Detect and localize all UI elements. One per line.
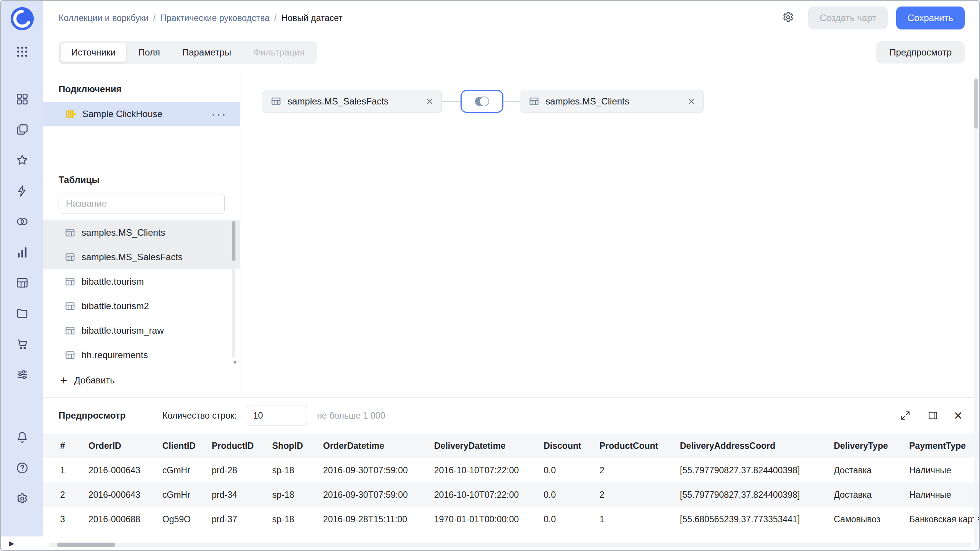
- clickhouse-icon: [65, 108, 76, 120]
- preview-toggle-button[interactable]: Предпросмотр: [876, 41, 965, 64]
- tab-sources[interactable]: Источники: [60, 43, 126, 62]
- breadcrumb-item-guides[interactable]: Практические руководства: [160, 13, 270, 23]
- nav-services-icon[interactable]: [15, 367, 29, 382]
- scroll-down-icon: ▾: [233, 359, 237, 367]
- column-header: DeliveryDatetime: [434, 434, 544, 458]
- table-list-item[interactable]: bibattle.tourism_raw: [43, 318, 240, 343]
- column-header: OrderID: [88, 434, 162, 458]
- cell: 0.0: [544, 483, 599, 507]
- cell: 2: [599, 483, 680, 507]
- column-header: ProductID: [212, 434, 272, 458]
- table-list-item[interactable]: bibattle.tourism2: [43, 294, 240, 318]
- nav-connections-icon[interactable]: [15, 184, 29, 198]
- row-count-label: Количество строк:: [162, 411, 237, 421]
- nav-files-icon[interactable]: [15, 306, 29, 321]
- scrollbar-thumb[interactable]: [57, 543, 115, 547]
- cell: 2016-000643: [88, 458, 162, 483]
- cell: prd-37: [212, 507, 272, 531]
- preview-table: # OrderID ClientID ProductID ShopID Orde…: [43, 434, 979, 531]
- preview-title: Предпросмотр: [59, 410, 126, 421]
- table-name: hh.requirements: [82, 350, 148, 360]
- tab-filtering[interactable]: Фильтрация: [243, 43, 315, 62]
- save-button[interactable]: Сохранить: [896, 7, 965, 29]
- table-list-item[interactable]: bibattle.tourism: [43, 269, 240, 294]
- cell: sp-18: [272, 507, 323, 531]
- row-count-input[interactable]: [246, 406, 307, 425]
- table-row: 1 2016-000643 cGmHr prd-28 sp-18 2016-09…: [43, 458, 979, 483]
- table-icon: [65, 252, 75, 262]
- rail-bottom: [15, 430, 29, 506]
- create-chart-button[interactable]: Создать чарт: [808, 7, 888, 29]
- scrollbar-thumb[interactable]: [232, 221, 235, 261]
- nav-favorites-icon[interactable]: [15, 153, 29, 168]
- scrollbar-thumb[interactable]: [974, 79, 978, 129]
- column-header: OrderDatetime: [323, 434, 434, 458]
- column-header: ClientID: [162, 434, 212, 458]
- connector-line: [442, 101, 462, 102]
- cell: 1970-01-01T00:00:00: [434, 507, 544, 531]
- breadcrumb-item-current: Новый датасет: [281, 13, 343, 23]
- connections-title: Подключения: [59, 84, 240, 95]
- apps-grid-icon[interactable]: [15, 44, 29, 59]
- settings-gear-icon[interactable]: [15, 491, 29, 506]
- table-icon: [271, 96, 281, 107]
- nav-collections-icon[interactable]: [15, 122, 29, 137]
- tab-parameters[interactable]: Параметры: [172, 43, 242, 62]
- remove-node-icon[interactable]: ×: [417, 96, 433, 107]
- table-list-item[interactable]: samples.MS_SalesFacts: [43, 245, 240, 269]
- table-list-scrollbar[interactable]: [232, 221, 235, 357]
- table-search-input[interactable]: [59, 194, 225, 214]
- nav-marketplace-icon[interactable]: [15, 337, 29, 351]
- cell: 2016-000643: [88, 483, 162, 507]
- cell: Наличные: [909, 483, 979, 507]
- content-area: Подключения Sample ClickHouse ··· Таблиц…: [43, 70, 979, 397]
- node-label: samples.MS_SalesFacts: [287, 96, 389, 107]
- cell: Наличные: [909, 458, 979, 483]
- connection-item-sample-clickhouse[interactable]: Sample ClickHouse ···: [43, 102, 240, 126]
- rail-nav: [15, 92, 29, 382]
- source-node-clients[interactable]: samples.MS_Clients ×: [520, 90, 704, 113]
- panel-divider: [43, 163, 240, 163]
- table-icon: [529, 96, 539, 107]
- column-header: #: [43, 434, 88, 458]
- top-bar: Коллекции и воркбуки / Практические руко…: [43, 1, 979, 35]
- table-list-item[interactable]: samples.MS_Clients: [43, 220, 240, 245]
- dataset-settings-gear-icon[interactable]: [781, 10, 797, 26]
- datalens-logo[interactable]: [10, 6, 35, 31]
- cell: [55.797790827,37.824400398]: [680, 458, 834, 483]
- breadcrumb-separator: /: [153, 13, 155, 23]
- bell-icon[interactable]: [15, 430, 29, 445]
- expand-preview-icon[interactable]: [899, 409, 912, 422]
- connection-more-icon[interactable]: ···: [211, 108, 227, 120]
- add-table-label: Добавить: [74, 375, 115, 386]
- side-panel-icon[interactable]: [926, 409, 939, 422]
- cell: prd-34: [212, 483, 272, 507]
- vertical-scrollbar[interactable]: [974, 76, 978, 546]
- app-window: ▶ Коллекции и воркбуки / Практические ру…: [0, 0, 980, 551]
- table-icon: [65, 227, 75, 238]
- nav-widgets-icon[interactable]: [15, 92, 29, 106]
- add-table-button[interactable]: + Добавить: [60, 374, 240, 386]
- table-list-item[interactable]: hh.requirements: [43, 343, 240, 367]
- tab-group: Источники Поля Параметры Фильтрация: [59, 41, 317, 64]
- cell: sp-18: [272, 458, 323, 483]
- cell: Самовывоз: [834, 507, 909, 531]
- breadcrumb-item-collections[interactable]: Коллекции и воркбуки: [59, 13, 149, 23]
- cell: 2016-10-10T07:22:00: [434, 458, 544, 483]
- cell: 0.0: [544, 507, 599, 531]
- table-row: 3 2016-000688 Og59O prd-37 sp-18 2016-09…: [43, 507, 979, 531]
- collapse-button[interactable]: ▶: [1, 536, 43, 550]
- join-type-button[interactable]: [461, 90, 503, 113]
- horizontal-scrollbar[interactable]: [49, 543, 972, 547]
- nav-charts-icon[interactable]: [15, 245, 29, 259]
- help-icon[interactable]: [15, 461, 29, 475]
- tab-fields[interactable]: Поля: [128, 43, 170, 62]
- remove-node-icon[interactable]: ×: [679, 96, 695, 107]
- source-node-salesfacts[interactable]: samples.MS_SalesFacts ×: [262, 90, 442, 113]
- cell: 2016-10-10T07:22:00: [434, 483, 544, 507]
- tab-bar: Источники Поля Параметры Фильтрация Пред…: [43, 35, 979, 70]
- table-icon: [65, 325, 75, 336]
- nav-datasets-icon[interactable]: [15, 214, 29, 229]
- nav-dashboards-icon[interactable]: [15, 276, 29, 290]
- close-preview-icon[interactable]: ×: [954, 408, 962, 423]
